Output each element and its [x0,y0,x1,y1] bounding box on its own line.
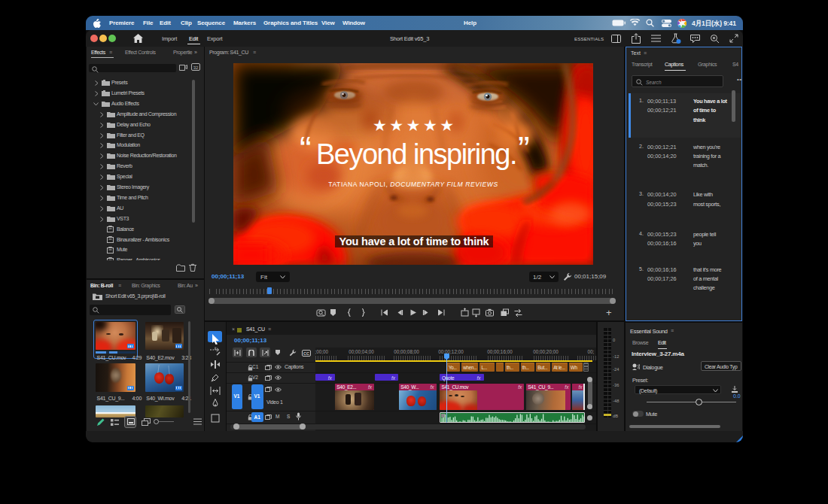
svg-text:32: 32 [193,65,199,70]
svg-text:CC: CC [303,351,309,355]
